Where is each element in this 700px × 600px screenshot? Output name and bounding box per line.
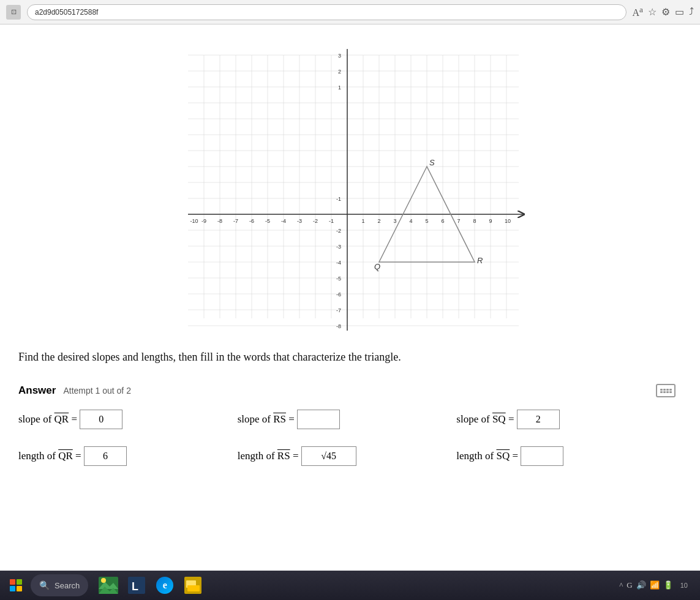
notepad-icon: L: [128, 577, 145, 594]
slope-rs-input[interactable]: [297, 410, 340, 429]
svg-text:5: 5: [425, 218, 428, 224]
point-r-label: R: [477, 256, 483, 265]
svg-text:-5: -5: [336, 276, 341, 282]
svg-point-74: [101, 578, 106, 583]
svg-text:6: 6: [441, 218, 444, 224]
taskbar: 🔍 Search L e: [0, 571, 700, 600]
svg-text:-2: -2: [336, 228, 341, 234]
win-tile-blue: [10, 586, 15, 591]
svg-text:3: 3: [337, 53, 341, 59]
keyboard-icon: [656, 384, 676, 397]
start-button[interactable]: [4, 573, 28, 598]
slope-sq-group: slope of SQ =: [456, 410, 676, 429]
problem-text: Find the desired slopes and lengths, the…: [18, 349, 657, 366]
share-icon[interactable]: ⤴: [689, 6, 694, 17]
answer-section: Answer Attempt 1 out of 2 slope of QR =: [18, 384, 676, 466]
svg-text:-6: -6: [249, 218, 254, 224]
win-tile-green: [17, 579, 22, 585]
slope-rs-label: slope of RS =: [238, 413, 297, 426]
graph-container: -9 -8 -7 -6 -5 -4 -3 -2 -1 1 2 3 4 5 6 7…: [164, 37, 531, 331]
attempt-text: Attempt 1 out of 2: [63, 386, 131, 396]
taskbar-app-photos[interactable]: [96, 572, 121, 598]
edge-icon: e: [156, 577, 173, 594]
length-rs-label: length of RS =: [238, 450, 301, 462]
chevron-up-icon[interactable]: ^: [619, 580, 623, 590]
length-qr-input[interactable]: [84, 446, 127, 466]
svg-text:-6: -6: [336, 291, 341, 298]
svg-text:-1: -1: [336, 196, 341, 202]
svg-text:4: 4: [409, 218, 412, 224]
taskbar-app-notepad[interactable]: L: [124, 572, 149, 598]
font-size-icon[interactable]: Aa: [633, 5, 643, 18]
slope-sq-label: slope of SQ =: [456, 413, 516, 426]
windows-logo: [10, 579, 22, 591]
browser-chrome: ⊡ a2d9d0505172588f Aa ☆ ⚙ ▭ ⤴: [0, 0, 700, 24]
url-bar[interactable]: a2d9d0505172588f: [27, 4, 627, 20]
point-s-label: S: [429, 158, 435, 167]
length-sq-label: length of SQ =: [456, 450, 521, 462]
length-sq-group: length of SQ =: [456, 446, 676, 466]
slope-qr-label: slope of QR =: [18, 413, 80, 426]
svg-text:1: 1: [361, 218, 364, 224]
slope-sq-input[interactable]: [517, 410, 560, 429]
svg-text:-5: -5: [265, 218, 269, 224]
svg-text:-4: -4: [280, 218, 285, 224]
svg-text:9: 9: [489, 218, 492, 224]
svg-text:10: 10: [504, 218, 510, 224]
svg-text:-4: -4: [336, 260, 341, 266]
svg-text:-3: -3: [296, 218, 301, 224]
network-icon[interactable]: G: [627, 580, 632, 590]
files-icon: [184, 577, 201, 594]
slopes-row: slope of QR = slope of RS = slope of SQ …: [18, 410, 676, 429]
length-rs-input[interactable]: [301, 446, 356, 466]
svg-text:-8: -8: [217, 218, 222, 224]
svg-text:-7: -7: [336, 307, 341, 313]
slope-qr-group: slope of QR =: [18, 410, 238, 429]
taskbar-time: 10: [677, 582, 691, 589]
svg-text:2: 2: [337, 69, 341, 75]
length-sq-input[interactable]: [521, 446, 563, 466]
svg-text:-9: -9: [201, 218, 206, 224]
photos-icon: [99, 577, 118, 594]
search-icon: 🔍: [39, 580, 50, 591]
main-content: -9 -8 -7 -6 -5 -4 -3 -2 -1 1 2 3 4 5 6 7…: [0, 24, 700, 571]
svg-rect-79: [187, 585, 200, 591]
taskbar-app-edge[interactable]: e: [152, 572, 178, 598]
svg-text:2: 2: [377, 218, 380, 224]
wifi-icon[interactable]: 📶: [650, 580, 660, 590]
answer-label-text: Answer: [18, 384, 56, 397]
coordinate-graph: -9 -8 -7 -6 -5 -4 -3 -2 -1 1 2 3 4 5 6 7…: [170, 37, 525, 331]
svg-text:7: 7: [457, 218, 460, 224]
split-view-icon[interactable]: ▭: [675, 6, 684, 18]
svg-text:1: 1: [337, 84, 341, 91]
tab-icon: ⊡: [6, 5, 21, 20]
point-q-label: Q: [374, 262, 380, 271]
svg-text:-2: -2: [312, 218, 317, 224]
settings-icon[interactable]: ⚙: [661, 6, 670, 18]
slope-qr-input[interactable]: [80, 410, 122, 429]
svg-text:-8: -8: [336, 323, 341, 329]
win-tile-yellow: [17, 586, 22, 591]
svg-text:-10: -10: [190, 218, 198, 224]
length-qr-group: length of QR =: [18, 446, 238, 466]
win-tile-red: [10, 579, 15, 585]
svg-text:8: 8: [473, 218, 476, 224]
length-rs-group: length of RS =: [238, 446, 457, 466]
speaker-icon[interactable]: 🔊: [636, 580, 646, 590]
answer-header: Answer Attempt 1 out of 2: [18, 384, 676, 397]
battery-icon[interactable]: 🔋: [663, 580, 673, 590]
system-tray: ^ G 🔊 📶 🔋 10: [619, 580, 696, 590]
star-icon[interactable]: ☆: [648, 6, 657, 18]
taskbar-search[interactable]: 🔍 Search: [31, 574, 88, 596]
taskbar-app-files[interactable]: [180, 572, 206, 598]
url-text: a2d9d0505172588f: [35, 8, 98, 17]
svg-text:3: 3: [393, 218, 396, 224]
search-label: Search: [55, 581, 80, 590]
lengths-row: length of QR = length of RS = length of …: [18, 446, 676, 466]
length-qr-label: length of QR =: [18, 450, 84, 462]
taskbar-apps: L e: [96, 572, 206, 598]
svg-text:-3: -3: [336, 244, 341, 250]
browser-controls: Aa ☆ ⚙ ▭ ⤴: [633, 5, 694, 18]
svg-text:L: L: [132, 580, 138, 593]
slope-rs-group: slope of RS =: [238, 410, 457, 429]
